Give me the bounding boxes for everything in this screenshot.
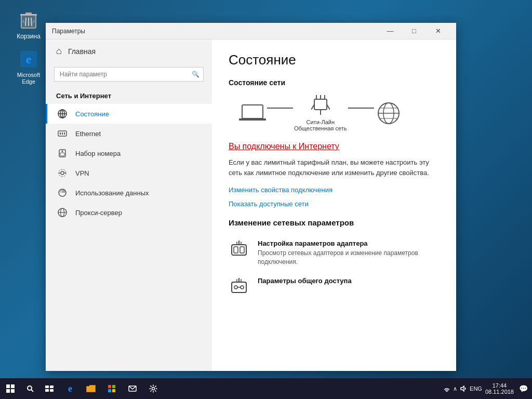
svg-point-50: [241, 286, 244, 289]
sidebar-item-label-vpn: VPN: [75, 169, 89, 177]
svg-point-59: [28, 386, 32, 390]
home-label: Главная: [68, 47, 96, 56]
svg-rect-28: [242, 105, 263, 118]
adapter-card-title: Настройка параметров адаптера: [258, 240, 440, 247]
adapter-icon: [229, 240, 249, 260]
svg-rect-19: [60, 153, 64, 156]
minimize-button[interactable]: —: [378, 23, 402, 39]
desktop-icon-recycle[interactable]: Корзина: [8, 8, 49, 42]
show-networks-link[interactable]: Показать доступные сети: [229, 200, 440, 208]
taskbar-right: ∧ ENG 17:44 08.11.2018 💬: [444, 382, 532, 395]
adapter-card-text: Настройка параметров адаптера Просмотр с…: [258, 240, 440, 267]
svg-rect-62: [50, 385, 54, 388]
sidebar-item-dialup[interactable]: Набор номера: [46, 143, 212, 163]
sidebar-item-proxy[interactable]: Прокси-сервер: [46, 203, 212, 222]
task-view-button[interactable]: [39, 378, 60, 399]
sidebar-home[interactable]: ⌂ Главная: [46, 39, 212, 63]
svg-rect-15: [62, 132, 63, 135]
network-type: Общественная сеть: [294, 125, 347, 131]
window-controls: — □ ✕: [378, 23, 450, 39]
sidebar-item-label-data-usage: Использование данных: [75, 189, 149, 197]
network-name: Сити-Лайн: [294, 119, 347, 125]
svg-rect-44: [240, 247, 244, 253]
sidebar-item-data-usage[interactable]: Использование данных: [46, 183, 212, 203]
taskbar-edge-button[interactable]: e: [60, 378, 81, 399]
svg-rect-55: [6, 384, 10, 388]
window-title: Параметры: [52, 28, 378, 35]
line2: [348, 108, 374, 109]
status-icon: [58, 109, 68, 118]
svg-rect-64: [50, 389, 54, 392]
svg-rect-16: [64, 132, 65, 135]
dialup-icon: [58, 149, 68, 158]
change-properties-link[interactable]: Изменить свойства подключения: [229, 186, 440, 194]
adapter-card-desc: Просмотр сетевых адаптеров и изменение п…: [258, 249, 440, 267]
laptop-device: [239, 103, 266, 124]
svg-rect-43: [234, 247, 238, 253]
svg-point-18: [62, 151, 63, 152]
svg-point-49: [234, 286, 237, 289]
sidebar-item-label-dialup: Набор номера: [75, 150, 121, 157]
taskbar-settings-button[interactable]: [143, 378, 164, 399]
ethernet-icon: [58, 129, 68, 138]
svg-line-4: [25, 18, 26, 26]
adapter-settings-card[interactable]: Настройка параметров адаптера Просмотр с…: [229, 234, 440, 272]
time-display: 17:44: [493, 382, 507, 389]
sidebar-item-vpn[interactable]: VPN: [46, 163, 212, 183]
date-display: 08.11.2018: [485, 389, 514, 395]
sidebar-item-label-proxy: Прокси-сервер: [75, 209, 122, 217]
svg-marker-72: [461, 386, 464, 391]
data-usage-icon: [58, 188, 68, 197]
svg-rect-29: [239, 118, 266, 121]
change-settings-title: Изменение сетевых параметров: [229, 218, 440, 227]
edge-label: Microsoft Edge: [10, 72, 47, 85]
svg-line-6: [31, 18, 32, 26]
connected-text[interactable]: Вы подключены к Интернету: [229, 142, 339, 151]
lang-indicator: ENG: [470, 385, 482, 392]
svg-rect-65: [108, 385, 111, 388]
svg-rect-68: [112, 389, 115, 392]
network-diagram: Сити-Лайн Общественная сеть: [229, 95, 440, 131]
notification-button[interactable]: 💬: [519, 384, 528, 393]
sidebar-search-container: 🔍: [54, 67, 204, 82]
volume-icon: [460, 385, 467, 392]
proxy-icon: [58, 208, 68, 217]
sidebar-item-ethernet[interactable]: Ethernet: [46, 124, 212, 143]
recycle-bin-icon: [18, 10, 39, 31]
taskbar-explorer-button[interactable]: [81, 378, 101, 399]
sidebar-section-title: Сеть и Интернет: [46, 86, 212, 104]
svg-rect-56: [11, 384, 15, 388]
taskbar-search-button[interactable]: [21, 378, 39, 399]
title-bar: Параметры — □ ✕: [46, 23, 456, 39]
sidebar-item-status[interactable]: Состояние: [46, 104, 212, 124]
network-status-subtitle: Состояние сети: [229, 78, 440, 87]
close-button[interactable]: ✕: [426, 23, 450, 39]
sharing-card-text: Параметры общего доступа: [258, 277, 352, 286]
network-tray-icon: [444, 385, 450, 392]
home-icon: ⌂: [56, 46, 62, 57]
window-body: ⌂ Главная 🔍 Сеть и Интернет Состояние: [46, 39, 456, 371]
sharing-settings-card[interactable]: Параметры общего доступа: [229, 272, 440, 303]
svg-point-70: [152, 388, 155, 390]
sidebar-item-label-status: Состояние: [75, 110, 109, 118]
sharing-icon: [229, 277, 249, 298]
desktop: Корзина e Microsoft Edge Параметры — □ ✕: [0, 0, 532, 399]
search-input[interactable]: [54, 67, 204, 82]
svg-line-60: [31, 390, 33, 392]
info-text: Если у вас лимитный тарифный план, вы мо…: [229, 157, 440, 178]
tray-expand-icon[interactable]: ∧: [453, 385, 457, 392]
maximize-button[interactable]: □: [402, 23, 426, 39]
clock: 17:44 08.11.2018: [485, 382, 514, 395]
svg-rect-63: [45, 389, 49, 392]
taskbar-store-button[interactable]: [101, 378, 122, 399]
sharing-card-title: Параметры общего доступа: [258, 277, 352, 285]
sidebar-item-label-ethernet: Ethernet: [75, 130, 101, 138]
edge-icon-img: e: [18, 49, 39, 70]
taskbar-mail-button[interactable]: [122, 378, 143, 399]
svg-rect-3: [20, 14, 37, 16]
start-button[interactable]: [0, 378, 21, 399]
vpn-icon: [58, 168, 68, 178]
settings-window: Параметры — □ ✕ ⌂ Главная 🔍: [46, 23, 456, 371]
page-title: Состояние: [229, 52, 440, 68]
desktop-icon-edge[interactable]: e Microsoft Edge: [8, 47, 49, 87]
